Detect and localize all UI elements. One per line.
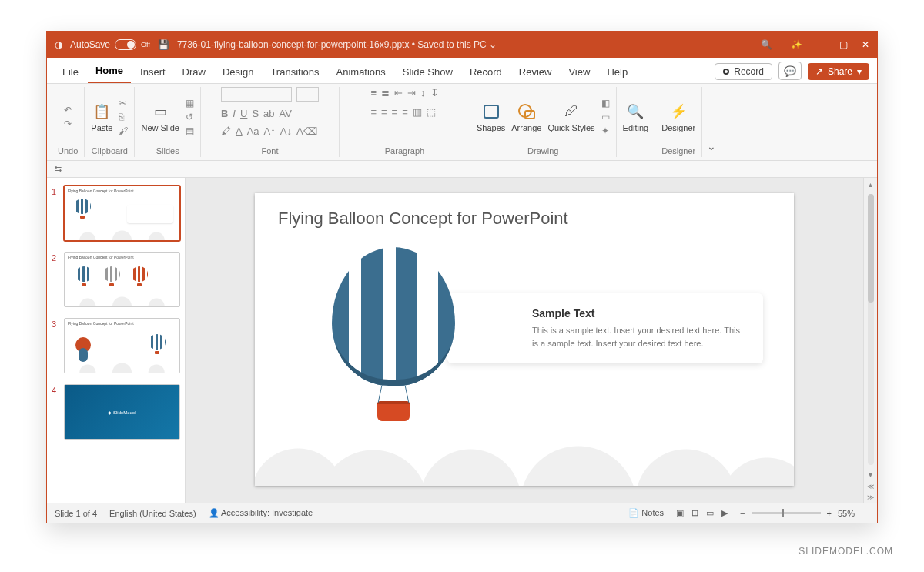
zoom-control[interactable]: − + 55% ⛶ [740,509,869,518]
autosave-toggle[interactable]: AutoSave Off [70,39,150,50]
normal-view-icon[interactable]: ▣ [676,508,684,518]
change-case-button[interactable]: Aa [247,125,259,137]
line-spacing-button[interactable]: ↕ [420,87,426,99]
shape-fill-icon[interactable]: ◧ [601,98,610,109]
next-slide-icon[interactable]: ≫ [867,492,874,503]
group-paragraph: ≡ ≣ ⇤ ⇥ ↕ ↧ ≡ ≡ ≡ ≡ ▥ ⬚ Paragraph [340,87,470,157]
prev-slide-icon[interactable]: ≪ [867,481,874,492]
qat-overflow-icon[interactable]: ⇆ [55,164,62,174]
text-direction-button[interactable]: ↧ [430,87,439,99]
share-button[interactable]: ↗Share▾ [808,63,869,80]
tab-slideshow[interactable]: Slide Show [395,62,460,83]
scroll-track[interactable] [868,194,874,465]
tab-file[interactable]: File [55,62,86,83]
align-center-button[interactable]: ≡ [381,106,387,118]
comments-button[interactable]: 💬 [778,62,802,80]
redo-icon[interactable]: ↷ [64,119,72,129]
italic-button[interactable]: I [233,108,236,119]
minimize-icon[interactable]: — [816,39,825,50]
shape-outline-icon[interactable]: ▭ [601,112,610,122]
spacing-button[interactable]: AV [280,108,292,119]
align-left-button[interactable]: ≡ [370,106,377,118]
slide-title[interactable]: Flying Balloon Concept for PowerPoint [255,193,794,236]
new-slide-button[interactable]: ▭New Slide [141,102,179,132]
shadow-button[interactable]: ab [263,108,274,119]
zoom-slider[interactable] [752,512,821,514]
shape-effects-icon[interactable]: ✦ [601,125,610,136]
thumbnail-3[interactable]: Flying Balloon Concept for PowerPoint [64,318,180,373]
tab-design[interactable]: Design [215,62,261,83]
align-right-button[interactable]: ≡ [392,106,398,118]
document-title[interactable]: 7736-01-flying-balloon-concept-for-power… [177,39,497,50]
copy-icon[interactable]: ⎘ [119,112,128,122]
underline-button[interactable]: U [240,108,247,119]
sorter-view-icon[interactable]: ⊞ [691,508,698,518]
increase-font-button[interactable]: A↑ [264,125,276,137]
highlight-button[interactable]: 🖍 [221,125,231,137]
slide-canvas[interactable]: Flying Balloon Concept for PowerPoint Sa… [186,178,863,503]
bold-button[interactable]: B [221,108,228,119]
quick-styles-button[interactable]: 🖊Quick Styles [547,102,594,132]
arrange-button[interactable]: Arrange [511,102,541,132]
scroll-down-icon[interactable]: ▾ [869,468,872,481]
tab-draw[interactable]: Draw [175,62,213,83]
notes-button[interactable]: 📄 Notes [628,508,664,518]
shapes-button[interactable]: Shapes [477,102,505,132]
accessibility-status[interactable]: 👤 Accessibility: Investigate [209,508,313,518]
slideshow-view-icon[interactable]: ▶ [721,508,728,518]
section-icon[interactable]: ▤ [186,125,194,136]
justify-button[interactable]: ≡ [402,106,408,118]
undo-icon[interactable]: ↶ [64,105,72,115]
search-icon[interactable]: 🔍 [761,39,772,50]
format-painter-icon[interactable]: 🖌 [119,125,128,136]
scroll-handle[interactable] [868,194,874,303]
tab-animations[interactable]: Animations [329,62,393,83]
indent-inc-button[interactable]: ⇥ [407,87,416,99]
font-size-select[interactable] [296,87,319,102]
record-button[interactable]: Record [715,63,772,80]
decrease-font-button[interactable]: A↓ [280,125,292,137]
tab-home[interactable]: Home [88,60,131,83]
tab-insert[interactable]: Insert [132,62,173,83]
thumbnail-2[interactable]: Flying Balloon Concept for PowerPoint [64,252,180,307]
reset-icon[interactable]: ↺ [186,112,194,122]
editing-button[interactable]: 🔍Editing [623,102,649,132]
tab-record[interactable]: Record [462,62,510,83]
fit-window-icon[interactable]: ⛶ [861,509,869,518]
current-slide[interactable]: Flying Balloon Concept for PowerPoint Sa… [255,193,794,486]
scroll-up-icon[interactable]: ▴ [869,178,872,191]
thumbnail-1[interactable]: Flying Balloon Concept for PowerPoint [64,186,180,241]
balloon-graphic[interactable] [332,247,455,421]
vertical-scrollbar[interactable]: ▴ ▾ ≪ ≫ [863,178,877,503]
language-status[interactable]: English (United States) [109,509,196,518]
clear-format-button[interactable]: A⌫ [296,125,317,137]
font-color-button[interactable]: A [236,125,243,137]
paste-button[interactable]: 📋Paste [91,102,112,132]
smartart-button[interactable]: ⬚ [427,106,436,118]
font-family-select[interactable] [221,87,292,102]
sparkle-icon[interactable]: ✨ [791,39,802,50]
numbering-button[interactable]: ≣ [381,87,390,99]
layout-icon[interactable]: ▦ [186,98,194,109]
strike-button[interactable]: S [252,108,259,119]
collapse-ribbon-button[interactable]: ⌄ [702,87,721,157]
cut-icon[interactable]: ✂ [119,98,128,109]
bullets-button[interactable]: ≡ [370,87,377,99]
columns-button[interactable]: ▥ [413,106,422,118]
indent-dec-button[interactable]: ⇤ [394,87,403,99]
zoom-in-icon[interactable]: + [827,509,832,518]
close-icon[interactable]: ✕ [862,39,869,50]
reading-view-icon[interactable]: ▭ [706,508,714,518]
tab-help[interactable]: Help [599,62,635,83]
zoom-out-icon[interactable]: − [740,509,745,518]
save-icon[interactable]: 💾 [158,39,169,50]
maximize-icon[interactable]: ▢ [839,39,848,50]
tab-review[interactable]: Review [511,62,560,83]
designer-button[interactable]: ⚡Designer [661,102,695,132]
text-card[interactable]: Sample Text This is a sample text. Inser… [447,293,763,363]
tab-view[interactable]: View [561,62,598,83]
autosave-state: Off [141,41,150,49]
slide-counter[interactable]: Slide 1 of 4 [55,509,97,518]
tab-transitions[interactable]: Transitions [263,62,326,83]
thumbnail-4[interactable]: ◆ SlideModel [64,384,180,440]
